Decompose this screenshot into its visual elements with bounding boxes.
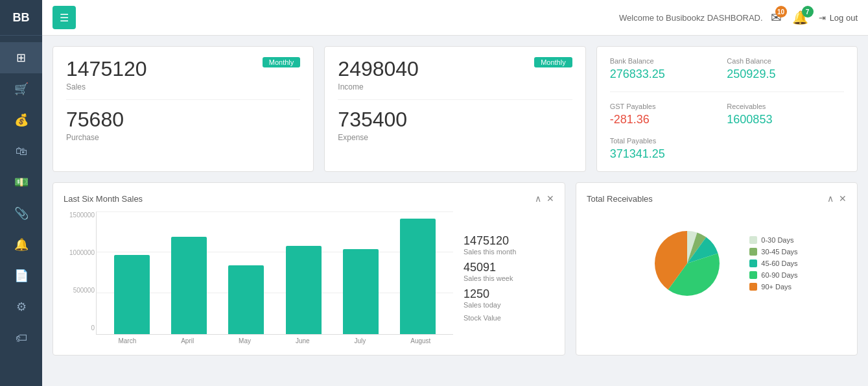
shopping-icon: 🛍 [16, 145, 27, 158]
sidebar-item-cart[interactable]: 🛒 [0, 73, 42, 104]
gst-item: GST Payables -281.36 [610, 103, 727, 127]
welcome-text: Welcome to Busibookz DASHBORAD. [619, 13, 763, 23]
bottom-row: Last Six Month Sales ∧ ✕ 1500000 1000000 [53, 182, 858, 356]
bell-icon: 🔔 [14, 237, 29, 252]
payables-label: Total Payables [610, 137, 844, 145]
bar-chart-title: Last Six Month Sales [64, 194, 143, 204]
bar-label-july: July [355, 337, 366, 344]
summary-row: 1475120 Sales Monthly 75680 Purchase [53, 46, 858, 172]
accounting-icon: 💰 [14, 113, 29, 127]
bank-balance-value: 276833.25 [610, 67, 727, 81]
sidebar-item-finance[interactable]: 💵 [0, 167, 42, 198]
sales-info: 1475120 Sales [66, 57, 147, 91]
email-notification[interactable]: ✉ 10 [771, 10, 782, 25]
tag-icon: 🏷 [16, 332, 27, 345]
bar-july [343, 249, 379, 334]
expense-value: 735400 [338, 108, 407, 132]
legend-dot-30-45 [749, 248, 757, 256]
sidebar-item-document[interactable]: 📄 [0, 260, 42, 291]
stat-stock: Stock Value [463, 314, 554, 322]
income-card-header: 2498040 Income Monthly [338, 57, 572, 91]
stats-sidebar: 1475120 Sales this month 45091 Sales thi… [463, 211, 554, 344]
bar-label-may: May [239, 337, 251, 344]
sidebar-item-paperclip[interactable]: 📎 [0, 198, 42, 229]
pie-chart-card: Total Receivables ∧ ✕ 0-30 Days [576, 182, 858, 356]
paperclip-icon: 📎 [14, 206, 29, 221]
main-area: ☰ Welcome to Busibookz DASHBORAD. ✉ 10 🔔… [42, 0, 868, 386]
sales-card-header: 1475120 Sales Monthly [66, 57, 300, 91]
bank-balance-label: Bank Balance [610, 57, 727, 65]
bar-label-august: August [410, 337, 430, 344]
legend-label-90plus: 90+ Days [761, 283, 792, 291]
bar-august [400, 219, 436, 334]
stat-weekly-label: Sales this week [463, 274, 554, 282]
income-label: Income [338, 82, 419, 91]
legend-dot-90plus [749, 283, 757, 291]
balance-card: Bank Balance 276833.25 Cash Balance 2509… [596, 46, 858, 172]
menu-button[interactable]: ☰ [53, 6, 76, 29]
sales-badge: Monthly [263, 57, 301, 67]
pie-legend: 0-30 Days 30-45 Days 45-60 Days 60- [749, 236, 797, 291]
sales-card: 1475120 Sales Monthly 75680 Purchase [53, 46, 314, 172]
bar-may [228, 265, 264, 334]
chart-collapse-button[interactable]: ∧ [535, 193, 541, 204]
receivables-item: Receivables 1600853 [727, 103, 844, 127]
legend-0-30: 0-30 Days [749, 236, 797, 244]
bell-badge: 7 [802, 6, 814, 18]
income-card: 2498040 Income Monthly 735400 Expense [324, 46, 585, 172]
legend-dot-45-60 [749, 259, 757, 267]
cash-balance-value: 250929.5 [727, 67, 844, 81]
bar-june [286, 246, 322, 334]
stat-weekly-value: 45091 [463, 261, 554, 274]
pie-collapse-button[interactable]: ∧ [827, 193, 834, 204]
bar-chart-card: Last Six Month Sales ∧ ✕ 1500000 1000000 [53, 182, 565, 356]
expense-label: Expense [338, 133, 407, 142]
stat-today-value: 1250 [463, 287, 554, 301]
bar-group-may [218, 211, 275, 334]
gst-value: -281.36 [610, 113, 727, 127]
pie-close-button[interactable]: ✕ [839, 193, 847, 204]
logout-label: Log out [830, 13, 858, 23]
chart-area: 1500000 1000000 500000 0 [64, 211, 554, 344]
pie-chart-controls: ∧ ✕ [827, 193, 847, 204]
bell-notification[interactable]: 🔔 7 [792, 10, 808, 25]
purchase-info: 75680 Purchase [66, 108, 300, 142]
bar-label-april: April [181, 337, 194, 344]
pie-chart-svg [635, 211, 739, 315]
legend-label-60-90: 60-90 Days [761, 271, 797, 279]
sales-value: 1475120 [66, 57, 147, 81]
email-badge: 10 [775, 6, 787, 18]
bar-label-june: June [296, 337, 310, 344]
logout-button[interactable]: ⇥ Log out [819, 13, 858, 23]
purchase-label: Purchase [66, 133, 124, 142]
sidebar-item-accounting[interactable]: 💰 [0, 104, 42, 136]
sidebar-item-tag[interactable]: 🏷 [0, 322, 42, 354]
dashboard-icon: ⊞ [16, 51, 26, 65]
bar-group-june [275, 211, 332, 334]
bar-group-july [332, 211, 389, 334]
yaxis-0: 0 [91, 324, 95, 332]
legend-60-90: 60-90 Days [749, 271, 797, 279]
yaxis-1500000: 1500000 [69, 211, 95, 219]
legend-label-30-45: 30-45 Days [761, 248, 797, 256]
legend-label-0-30: 0-30 Days [761, 236, 793, 244]
income-info: 2498040 Income [338, 57, 419, 91]
purchase-value: 75680 [66, 108, 124, 132]
income-badge: Monthly [534, 57, 572, 67]
sidebar-item-settings[interactable]: ⚙ [0, 291, 42, 322]
sidebar-item-bell[interactable]: 🔔 [0, 229, 42, 260]
bar-group-august [390, 211, 447, 334]
stat-monthly-value: 1475120 [463, 234, 554, 248]
sidebar-item-dashboard[interactable]: ⊞ [0, 42, 42, 73]
receivables-label: Receivables [727, 103, 844, 110]
finance-icon: 💵 [14, 175, 29, 189]
receivables-value: 1600853 [727, 113, 844, 127]
cart-icon: 🛒 [14, 82, 29, 96]
cash-balance-label: Cash Balance [727, 57, 844, 65]
chart-close-button[interactable]: ✕ [546, 193, 554, 204]
bar-group-march [103, 211, 160, 334]
settings-icon: ⚙ [16, 300, 27, 314]
sidebar-item-shopping[interactable]: 🛍 [0, 136, 42, 167]
stat-monthly-label: Sales this month [463, 248, 554, 256]
stat-today: 1250 Sales today [463, 287, 554, 309]
